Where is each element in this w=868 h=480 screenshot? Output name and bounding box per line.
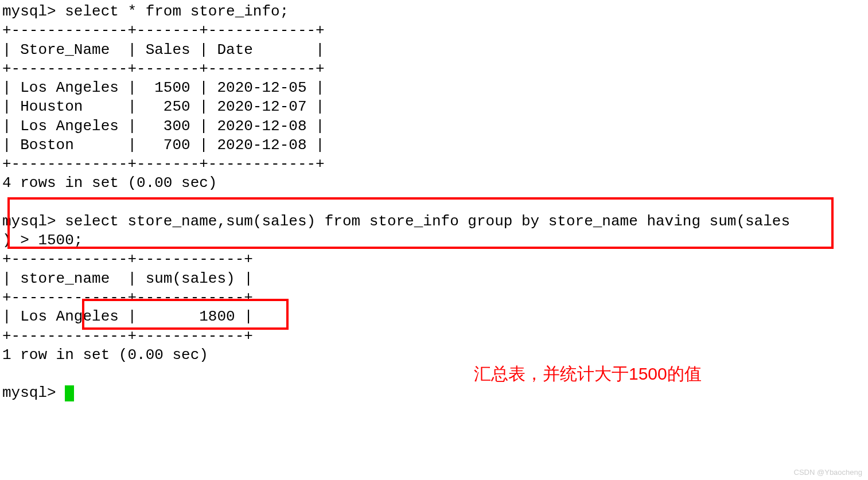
sql-query-1: select * from store_info; bbox=[65, 3, 289, 20]
watermark-text: CSDN @Ybaocheng bbox=[794, 468, 862, 477]
annotation-text: 汇总表，并统计大于1500的值 bbox=[474, 362, 702, 386]
result-status: 4 rows in set (0.00 sec) bbox=[2, 174, 217, 192]
table-row: | Los Angeles | 300 | 2020-12-08 | bbox=[2, 118, 325, 135]
table-separator: +-------------+-------+------------+ bbox=[2, 60, 325, 77]
result-status: 1 row in set (0.00 sec) bbox=[2, 346, 208, 364]
table-row: | Boston | 700 | 2020-12-08 | bbox=[2, 136, 325, 154]
table-header-row: | Store_Name | Sales | Date | bbox=[2, 41, 325, 58]
cursor-block[interactable] bbox=[65, 385, 74, 401]
table-header-row: | store_name | sum(sales) | bbox=[2, 270, 253, 287]
table-row: | Houston | 250 | 2020-12-07 | bbox=[2, 98, 325, 115]
table-row: | Los Angeles | 1500 | 2020-12-05 | bbox=[2, 79, 325, 96]
mysql-prompt: mysql> bbox=[2, 3, 65, 20]
table-separator: +-------------+-------+------------+ bbox=[2, 22, 325, 39]
table-row: | Los Angeles | 1800 | bbox=[2, 308, 253, 325]
terminal-output: mysql> select * from store_info; +------… bbox=[0, 0, 868, 405]
table-separator: +-------------+-------+------------+ bbox=[2, 155, 325, 173]
mysql-prompt: mysql> bbox=[2, 213, 65, 230]
sql-query-2-line1: select store_name,sum(sales) from store_… bbox=[65, 213, 790, 230]
sql-query-2-line2: ) > 1500; bbox=[2, 232, 83, 249]
table-separator: +-------------+------------+ bbox=[2, 289, 253, 306]
mysql-prompt: mysql> bbox=[2, 384, 65, 401]
table-separator: +-------------+------------+ bbox=[2, 327, 253, 345]
table-separator: +-------------+------------+ bbox=[2, 251, 253, 268]
